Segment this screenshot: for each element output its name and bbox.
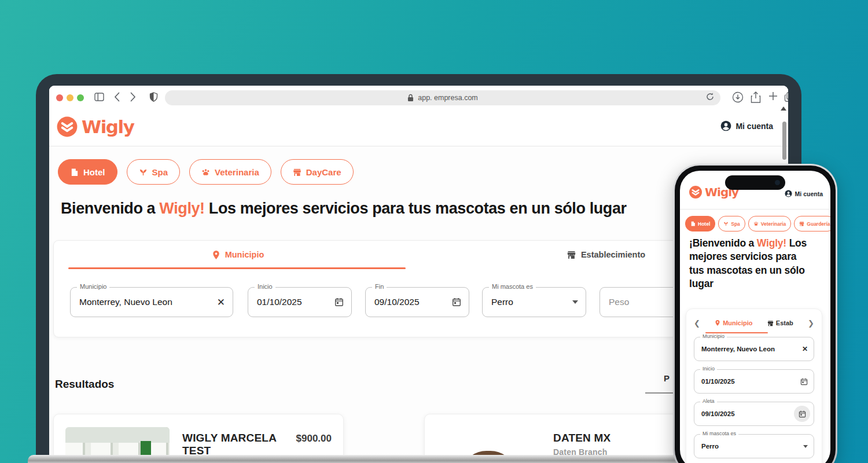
mascota-select[interactable]: Mi mascota es Perro bbox=[482, 287, 586, 317]
store-icon bbox=[293, 168, 301, 177]
calendar-icon[interactable] bbox=[800, 378, 808, 385]
mobile-search-panel: ❮ Municipio Estab ❯ Municipio bbox=[686, 308, 822, 463]
search-tab-label: Municipio bbox=[225, 250, 264, 259]
camera-icon bbox=[775, 180, 780, 185]
field-value: Monterrey, Nuevo Leon bbox=[701, 346, 775, 352]
result-title: WIGLY MARCELA TEST bbox=[182, 432, 296, 457]
tab-label: Guardería bbox=[807, 221, 830, 227]
result-title: DATEN MX bbox=[553, 432, 610, 444]
person-icon bbox=[720, 120, 731, 131]
field-value: Monterrey, Nuevo Leon bbox=[79, 297, 172, 307]
field-label: Aleta bbox=[700, 398, 717, 404]
clear-icon[interactable]: ✕ bbox=[217, 296, 225, 308]
tab-veterinaria[interactable]: Veterinaria bbox=[748, 216, 791, 232]
clear-icon[interactable]: ✕ bbox=[802, 345, 808, 353]
calendar-icon[interactable] bbox=[334, 297, 344, 307]
search-tab-municipio[interactable]: Municipio bbox=[715, 319, 752, 326]
location-pin-icon bbox=[212, 250, 220, 260]
chevron-down-icon bbox=[803, 445, 808, 448]
tab-label: DayCare bbox=[306, 167, 341, 177]
field-value: 09/10/2025 bbox=[701, 410, 735, 417]
search-tab-label: Establecimiento bbox=[581, 250, 645, 259]
sidebar-toggle-icon[interactable] bbox=[94, 93, 104, 101]
tab-overview-icon[interactable] bbox=[784, 91, 788, 102]
category-tabs: Hotel Spa Veterinaria DayCare bbox=[58, 159, 354, 185]
field-label: Mi mascota es bbox=[700, 431, 738, 436]
field-value: 01/10/2025 bbox=[701, 378, 735, 385]
field-value: 09/10/2025 bbox=[374, 297, 420, 307]
chevron-left-icon[interactable]: ❮ bbox=[694, 319, 700, 327]
phone-mockup: Wigly Mi cuenta Hotel bbox=[673, 164, 837, 463]
account-label: Mi cuenta bbox=[795, 190, 823, 197]
zoom-window-button[interactable] bbox=[77, 94, 84, 101]
page-title: Bienvenido a Wigly! Los mejores servicio… bbox=[61, 200, 755, 218]
calendar-icon bbox=[799, 410, 806, 418]
downloads-icon[interactable] bbox=[732, 91, 744, 103]
wigly-logo[interactable]: Wigly bbox=[56, 116, 134, 138]
wigly-logo-icon bbox=[689, 185, 703, 199]
close-window-button[interactable] bbox=[56, 94, 63, 101]
brand-highlight: Wigly! bbox=[757, 237, 786, 249]
category-tabs: Hotel Spa Veterinaria Guardería bbox=[685, 216, 830, 232]
account-button[interactable]: Mi cuenta bbox=[720, 120, 773, 131]
mascota-select[interactable]: Mi mascota es Perro bbox=[694, 434, 814, 458]
forward-icon[interactable] bbox=[130, 92, 136, 102]
active-tab-underline bbox=[68, 267, 406, 269]
calendar-button[interactable] bbox=[794, 406, 810, 422]
back-icon[interactable] bbox=[114, 92, 120, 102]
chevron-down-icon bbox=[572, 300, 578, 304]
new-tab-icon[interactable] bbox=[768, 91, 778, 101]
tab-veterinaria[interactable]: Veterinaria bbox=[189, 159, 271, 185]
account-label: Mi cuenta bbox=[735, 122, 773, 131]
field-label: Mi mascota es bbox=[489, 283, 536, 290]
tab-label: Hotel bbox=[83, 167, 105, 177]
reload-icon[interactable] bbox=[705, 92, 715, 101]
inicio-field[interactable]: Inicio 01/10/2025 bbox=[248, 287, 352, 317]
search-tab-label: Estab bbox=[776, 319, 793, 326]
divider bbox=[680, 209, 830, 210]
tab-label: Spa bbox=[152, 167, 168, 177]
wigly-logo-icon bbox=[56, 116, 78, 138]
search-tab-municipio[interactable]: Municipio bbox=[54, 241, 422, 269]
tab-hotel[interactable]: Hotel bbox=[685, 216, 715, 232]
municipio-field[interactable]: Municipio Monterrey, Nuevo Leon ✕ bbox=[694, 337, 814, 361]
building-icon bbox=[70, 168, 79, 177]
aleta-field[interactable]: Aleta 09/10/2025 bbox=[694, 402, 814, 426]
tab-spa[interactable]: Spa bbox=[127, 159, 181, 185]
municipio-field[interactable]: Municipio Monterrey, Nuevo Leon ✕ bbox=[70, 287, 233, 317]
inicio-field[interactable]: Inicio 01/10/2025 bbox=[694, 369, 814, 394]
wigly-wordmark: Wigly bbox=[82, 116, 134, 137]
field-value: Perro bbox=[491, 297, 513, 307]
results-heading: Resultados bbox=[55, 378, 114, 391]
tab-label: Veterinaria bbox=[761, 221, 786, 227]
building-icon bbox=[690, 221, 696, 226]
share-icon[interactable] bbox=[751, 91, 761, 104]
chevron-right-icon[interactable]: ❯ bbox=[808, 319, 814, 327]
tab-hotel[interactable]: Hotel bbox=[58, 159, 117, 185]
page-title: ¡Bienvenido a Wigly! Los mejores servici… bbox=[689, 237, 813, 291]
shield-icon[interactable] bbox=[149, 92, 158, 102]
tab-guarderia[interactable]: Guardería bbox=[794, 216, 830, 232]
url-text: app. empresa.com bbox=[418, 94, 478, 102]
tab-daycare[interactable]: DayCare bbox=[281, 159, 354, 185]
lock-icon bbox=[407, 94, 414, 102]
marketing-composition: app. empresa.com bbox=[0, 0, 868, 463]
search-tab-estab[interactable]: Estab bbox=[767, 319, 793, 326]
location-pin-icon bbox=[715, 319, 720, 326]
tab-label: Veterinaria bbox=[215, 167, 259, 177]
field-value: 01/10/2025 bbox=[257, 297, 302, 307]
field-label: Fin bbox=[372, 283, 387, 290]
scroll-up-arrow[interactable] bbox=[781, 106, 786, 111]
tab-spa[interactable]: Spa bbox=[718, 216, 745, 232]
paw-icon bbox=[201, 168, 210, 177]
address-bar[interactable]: app. empresa.com bbox=[165, 90, 720, 105]
field-label: Municipio bbox=[700, 333, 727, 339]
tab-label: Spa bbox=[731, 221, 740, 227]
sort-control-partial[interactable]: P bbox=[664, 373, 670, 383]
calendar-icon[interactable] bbox=[452, 297, 461, 307]
account-button[interactable]: Mi cuenta bbox=[785, 190, 823, 197]
brand-highlight: Wigly! bbox=[159, 200, 204, 217]
minimize-window-button[interactable] bbox=[67, 94, 73, 101]
fin-field[interactable]: Fin 09/10/2025 bbox=[365, 287, 469, 317]
vertical-scrollbar[interactable] bbox=[782, 122, 786, 160]
